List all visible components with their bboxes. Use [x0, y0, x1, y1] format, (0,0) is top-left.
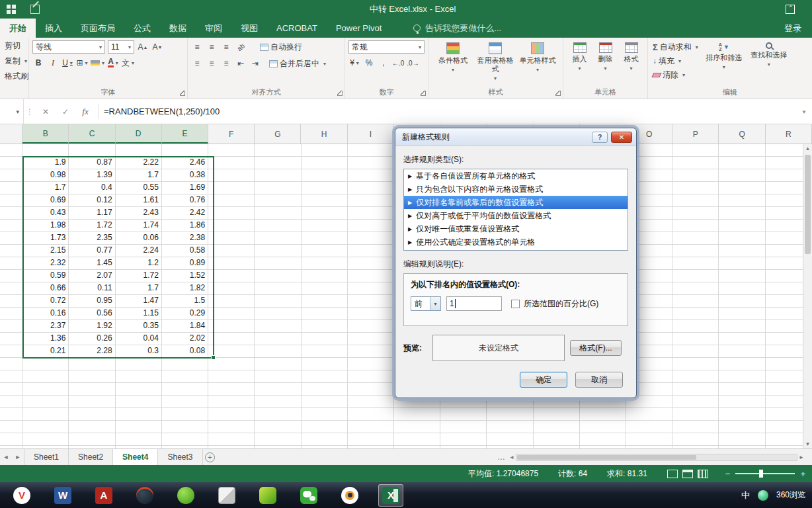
phonetic-guide-button[interactable]: 文 [122, 57, 134, 69]
ribbon-tab[interactable]: 插入 [36, 19, 71, 38]
cell[interactable] [208, 370, 255, 383]
cell[interactable] [672, 232, 719, 245]
cell[interactable] [208, 383, 255, 396]
cell[interactable] [626, 421, 672, 433]
cell[interactable] [255, 232, 301, 245]
cell[interactable] [255, 370, 301, 383]
insert-function-button[interactable]: fx [75, 106, 95, 117]
decrease-font-size-button[interactable]: A▼ [151, 41, 163, 53]
cell[interactable] [719, 295, 765, 308]
italic-button[interactable]: I [47, 57, 59, 69]
cell[interactable] [162, 383, 208, 396]
cancel-button[interactable]: 取消 [575, 372, 623, 388]
cell[interactable] [302, 157, 348, 169]
cell[interactable] [719, 282, 765, 295]
hscroll-track[interactable] [516, 454, 797, 461]
orientation-button[interactable]: ab [232, 38, 249, 55]
cell[interactable] [672, 295, 719, 308]
cell-styles-button[interactable]: 单元格样式▾ [516, 40, 559, 87]
decrease-decimal-button[interactable]: .0→ [407, 57, 419, 69]
cell[interactable] [116, 396, 162, 408]
column-header[interactable]: H [301, 124, 347, 144]
cell[interactable] [116, 358, 162, 370]
cell[interactable] [255, 383, 301, 396]
cell[interactable] [672, 182, 719, 194]
cell[interactable] [0, 207, 22, 220]
cell[interactable] [302, 358, 348, 370]
font-dialog-launcher-icon[interactable] [180, 91, 185, 96]
cell[interactable]: 2.37 [22, 320, 69, 333]
cell[interactable] [672, 144, 719, 157]
cell[interactable] [208, 270, 255, 282]
column-header[interactable]: R [766, 124, 812, 144]
rule-type-option[interactable]: 基于各自值设置所有单元格的格式 [404, 169, 628, 183]
cell[interactable]: 0.11 [69, 282, 115, 295]
cell[interactable] [348, 358, 394, 370]
cell[interactable] [719, 396, 765, 408]
cell[interactable] [719, 433, 765, 446]
font-color-button[interactable]: A [107, 57, 119, 69]
cell[interactable]: 1.72 [69, 220, 115, 232]
ribbon-tab[interactable]: 页面布局 [71, 19, 124, 38]
cell[interactable] [534, 433, 580, 446]
increase-decimal-button[interactable]: ←.0 [392, 57, 404, 69]
cell[interactable] [255, 320, 301, 333]
cell[interactable] [0, 295, 22, 308]
cell[interactable] [162, 370, 208, 383]
cell[interactable]: 0.76 [162, 194, 208, 207]
cell[interactable] [672, 320, 719, 333]
cell[interactable] [719, 232, 765, 245]
cell[interactable] [0, 308, 22, 320]
column-header[interactable]: G [255, 124, 301, 144]
cell[interactable] [719, 169, 765, 182]
cell[interactable] [348, 232, 394, 245]
cell[interactable]: 2.07 [69, 270, 115, 282]
wrap-text-button[interactable]: 自动换行 [259, 40, 304, 54]
cell[interactable] [0, 345, 22, 358]
cell[interactable] [69, 433, 115, 446]
cell[interactable]: 0.72 [22, 295, 69, 308]
format-button[interactable]: 格式(F)... [570, 340, 622, 356]
cell[interactable] [719, 182, 765, 194]
cell[interactable]: 2.38 [162, 232, 208, 245]
comma-style-button[interactable]: , [378, 57, 389, 69]
cell[interactable] [302, 383, 348, 396]
app-logo-icon[interactable] [7, 5, 16, 14]
cell[interactable] [302, 270, 348, 282]
cell[interactable] [208, 345, 255, 358]
cell[interactable] [69, 383, 115, 396]
360-tray-icon[interactable] [758, 490, 768, 501]
cell[interactable] [22, 408, 69, 421]
format-painter-button[interactable]: 格式刷 [3, 69, 25, 83]
cell[interactable] [534, 408, 580, 421]
cell[interactable] [302, 308, 348, 320]
cell[interactable] [69, 370, 115, 383]
cell[interactable] [719, 245, 765, 257]
cell[interactable] [719, 345, 765, 358]
cell[interactable]: 2.02 [162, 333, 208, 345]
cell[interactable] [719, 144, 765, 157]
cell[interactable] [302, 182, 348, 194]
sheet-tab[interactable]: Sheet1 [24, 449, 69, 465]
insert-cells-button[interactable]: 插入▾ [567, 40, 592, 87]
cell[interactable] [348, 320, 394, 333]
cell[interactable]: 0.56 [69, 308, 115, 320]
cell[interactable]: 0.43 [22, 207, 69, 220]
taskbar-wechat-icon[interactable] [296, 484, 321, 507]
cell[interactable] [719, 270, 765, 282]
cell[interactable] [302, 194, 348, 207]
rule-type-option[interactable]: 只为包含以下内容的单元格设置格式 [404, 183, 628, 196]
fill-button[interactable]: ↓填充 [651, 54, 700, 67]
taskbar-dark-browser-icon[interactable] [132, 484, 157, 507]
cell[interactable]: 0.4 [69, 182, 115, 194]
cell[interactable] [208, 232, 255, 245]
increase-indent-button[interactable]: ⇥ [249, 58, 261, 69]
cell[interactable] [0, 144, 22, 157]
format-cells-button[interactable]: 格式▾ [618, 40, 644, 87]
cell[interactable]: 1.47 [116, 295, 162, 308]
taskbar-eye-app-icon[interactable] [337, 484, 362, 507]
cell[interactable] [672, 207, 719, 220]
sheet-tab[interactable]: Sheet4 [113, 449, 158, 465]
taskbar-green-app-icon[interactable] [255, 484, 280, 507]
cell[interactable] [719, 308, 765, 320]
